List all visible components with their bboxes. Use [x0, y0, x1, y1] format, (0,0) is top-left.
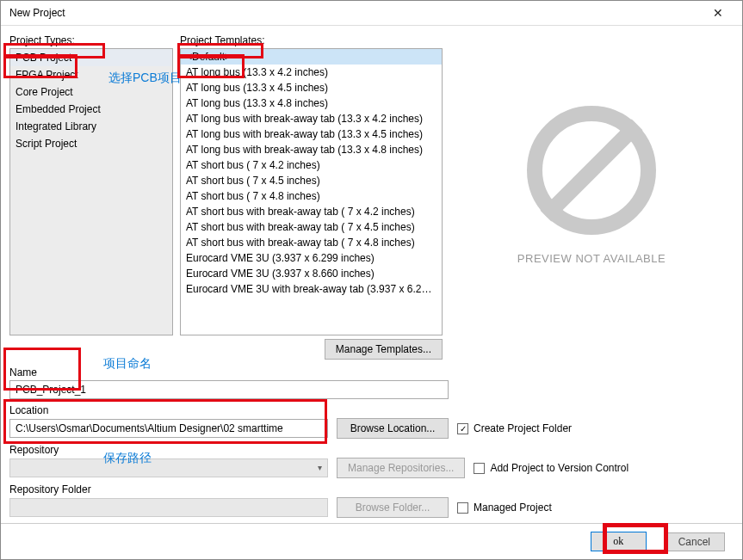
project-type-item[interactable]: Embedded Project — [10, 101, 172, 118]
dialog-footer: ok Cancel — [1, 523, 742, 559]
add-version-control-checkbox[interactable]: Add Project to Version Control — [474, 462, 628, 474]
project-template-item[interactable]: AT short bus ( 7 x 4.5 inches) — [181, 173, 442, 188]
repository-select[interactable] — [9, 458, 328, 477]
close-icon[interactable]: ✕ — [701, 1, 735, 25]
project-template-item[interactable]: AT long bus with break-away tab (13.3 x … — [181, 142, 442, 157]
ok-button[interactable]: ok — [591, 532, 647, 551]
location-label: Location — [9, 404, 734, 418]
project-type-item[interactable]: PCB Project — [10, 49, 172, 66]
name-input[interactable] — [9, 380, 449, 399]
content-area: Project Types: PCB ProjectFPGA ProjectCo… — [1, 26, 742, 523]
checkbox-icon: ✓ — [457, 423, 468, 434]
checkbox-icon — [474, 463, 485, 474]
project-template-item[interactable]: AT short bus with break-away tab ( 7 x 4… — [181, 235, 442, 250]
project-template-item[interactable]: AT long bus (13.3 x 4.8 inches) — [181, 95, 442, 111]
project-template-item[interactable]: AT long bus (13.3 x 4.2 inches) — [181, 65, 442, 80]
project-templates-label: Project Templates: — [180, 34, 443, 48]
manage-repositories-button: Manage Repositories... — [337, 458, 465, 478]
managed-project-checkbox[interactable]: Managed Project — [457, 502, 552, 514]
project-template-item[interactable]: <Default> — [181, 49, 442, 65]
checkbox-icon — [457, 502, 468, 514]
project-template-item[interactable]: Eurocard VME 3U (3.937 x 8.660 inches) — [181, 266, 442, 281]
project-template-item[interactable]: AT short bus ( 7 x 4.8 inches) — [181, 188, 442, 204]
project-template-item[interactable]: AT short bus with break-away tab ( 7 x 4… — [181, 219, 442, 235]
manage-templates-button[interactable]: Manage Templates... — [325, 339, 443, 360]
project-template-item[interactable]: AT long bus with break-away tab (13.3 x … — [181, 111, 442, 126]
project-type-item[interactable]: Script Project — [10, 135, 172, 152]
annot-text-select-pcb: 选择PCB项目 — [108, 71, 182, 86]
location-input[interactable] — [9, 419, 328, 438]
annot-text-project-name: 项目命名 — [103, 356, 152, 372]
project-type-item[interactable]: Integrated Library — [10, 118, 172, 135]
managed-project-label: Managed Project — [474, 502, 552, 514]
repository-folder-label: Repository Folder — [9, 483, 734, 497]
project-template-item[interactable]: AT short bus ( 7 x 4.2 inches) — [181, 157, 442, 173]
titlebar: New Project ✕ — [1, 1, 742, 26]
cancel-button[interactable]: Cancel — [664, 532, 725, 551]
project-template-item[interactable]: AT long bus with break-away tab (13.3 x … — [181, 126, 442, 142]
no-preview-icon — [527, 106, 656, 235]
project-types-list[interactable]: PCB ProjectFPGA ProjectCore ProjectEmbed… — [9, 48, 173, 335]
preview-panel: PREVIEW NOT AVAILABLE — [449, 34, 734, 335]
repository-folder-input — [9, 498, 328, 517]
project-types-label: Project Types: — [9, 34, 173, 48]
create-folder-label: Create Project Folder — [474, 422, 572, 434]
project-type-item[interactable]: Core Project — [10, 83, 172, 101]
create-project-folder-checkbox[interactable]: ✓ Create Project Folder — [457, 422, 572, 434]
window-title: New Project — [9, 7, 65, 19]
browse-location-button[interactable]: Browse Location... — [337, 418, 449, 439]
version-control-label: Add Project to Version Control — [490, 462, 628, 474]
project-template-item[interactable]: Eurocard VME 3U (3.937 x 6.299 inches) — [181, 250, 442, 266]
browse-folder-button: Browse Folder... — [337, 497, 449, 518]
annot-text-save-path: 保存路径 — [103, 451, 152, 466]
project-template-item[interactable]: Eurocard VME 3U with break-away tab (3.9… — [181, 281, 442, 297]
project-templates-list[interactable]: <Default>AT long bus (13.3 x 4.2 inches)… — [180, 48, 443, 335]
preview-text: PREVIEW NOT AVAILABLE — [517, 252, 666, 265]
project-template-item[interactable]: AT long bus (13.3 x 4.5 inches) — [181, 80, 442, 95]
project-template-item[interactable]: AT short bus with break-away tab ( 7 x 4… — [181, 204, 442, 219]
